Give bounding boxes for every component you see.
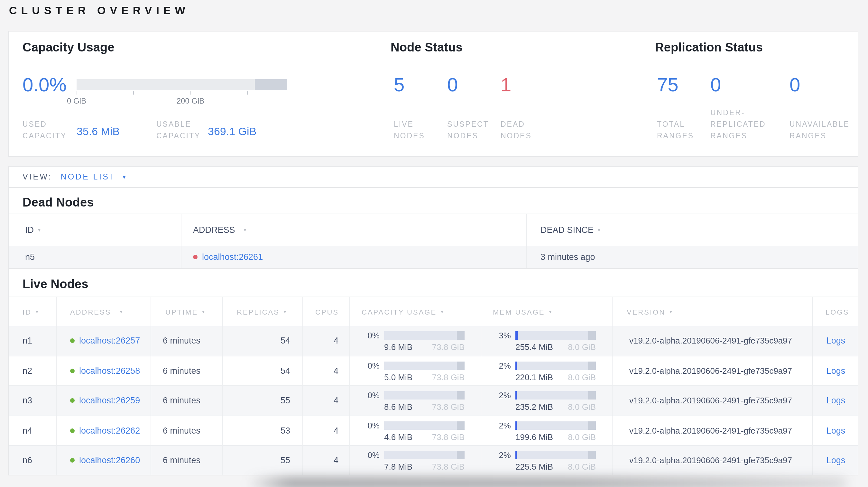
capacity-usage-cell: 0% 5.0 MiB73.8 GiB [349,356,480,385]
node-address-cell: localhost:26257 [56,326,151,355]
axis-tick-label: 0 GiB [57,97,96,105]
logs-link[interactable]: Logs [827,336,845,346]
node-id: n6 [9,446,56,475]
uptime-value: 6 minutes [151,386,222,415]
capacity-percent: 0% [356,390,380,400]
node-address-link[interactable]: localhost:26261 [202,252,263,262]
column-header-version[interactable]: VERSION▼ [612,297,812,326]
capacity-total: 73.8 GiB [432,462,465,472]
capacity-total: 73.8 GiB [432,342,465,352]
view-selector[interactable]: VIEW: NODE LIST ▼ [9,167,858,188]
node-status-heading: Node Status [391,40,463,55]
live-status-icon [70,458,75,463]
dead-status-icon [193,255,197,259]
column-header-uptime[interactable]: UPTIME▼ [151,297,222,326]
version-value: v19.2.0-alpha.20190606-2491-gfe735c9a97 [612,326,812,355]
column-header-capacity-usage[interactable]: CAPACITY USAGE▼ [349,297,480,326]
uptime-value: 6 minutes [151,446,222,475]
capacity-total: 73.8 GiB [432,402,465,412]
capacity-used: 7.8 MiB [384,462,412,472]
capacity-usage-cell: 0% 9.6 MiB73.8 GiB [349,326,480,355]
logs-link[interactable]: Logs [827,426,845,435]
capacity-bar [384,421,465,429]
cpus-value: 4 [302,386,349,415]
suspect-nodes-count: 0 [447,75,458,95]
capacity-percent: 0% [356,361,380,370]
capacity-usage-cell: 0% 8.6 MiB73.8 GiB [349,386,480,415]
capacity-bar-reserved-segment [255,79,287,90]
version-value: v19.2.0-alpha.20190606-2491-gfe735c9a97 [612,356,812,385]
uptime-value: 6 minutes [151,326,222,355]
cpus-value: 4 [302,356,349,385]
table-row: n3 localhost:26259 6 minutes 55 4 0% 8.6… [9,386,858,416]
sort-caret-icon: ▼ [548,310,553,314]
column-header-logs: LOGS [812,297,858,326]
node-list-card: VIEW: NODE LIST ▼ Dead Nodes ID▼ ADDRESS… [8,166,858,476]
node-address-cell: localhost:26258 [56,356,151,385]
capacity-used: 4.6 MiB [384,432,412,442]
axis-tick [133,91,134,95]
capacity-bar [384,451,465,459]
column-header-dead-since[interactable]: DEAD SINCE▼ [526,214,858,246]
capacity-bar [76,79,287,90]
column-header-address[interactable]: ADDRESS▼ [181,214,526,246]
mem-bar [516,391,596,399]
sort-caret-icon: ▼ [37,228,41,232]
node-address-cell: localhost:26262 [56,416,151,445]
mem-usage-cell: 2% 199.6 MiB8.0 GiB [480,416,612,445]
column-header-address[interactable]: ADDRESS▼ [56,297,151,326]
mem-used: 255.4 MiB [516,342,553,352]
view-selected-value[interactable]: NODE LIST [60,172,116,182]
live-nodes-label: LIVE NODES [394,119,431,142]
node-address-link[interactable]: localhost:26258 [79,366,140,376]
mem-percent: 2% [488,420,511,430]
node-id: n4 [9,416,56,445]
capacity-used: 8.6 MiB [384,402,412,412]
table-row: n5 localhost:26261 3 minutes ago [9,246,858,269]
table-row: n1 localhost:26257 6 minutes 54 4 0% 9.6… [9,326,858,356]
node-address-link[interactable]: localhost:26259 [79,396,140,405]
capacity-percent: 0.0% [23,75,67,95]
live-status-icon [70,428,75,433]
replication-status-heading: Replication Status [655,40,763,55]
live-nodes-header-row: ID▼ ADDRESS▼ UPTIME▼ REPLICAS▼ CPUS CAPA… [9,297,858,326]
mem-usage-cell: 2% 235.2 MiB8.0 GiB [480,386,612,415]
sort-caret-icon: ▼ [597,228,601,232]
logs-link[interactable]: Logs [827,396,845,405]
column-header-id[interactable]: ID▼ [9,214,181,246]
live-nodes-table: ID▼ ADDRESS▼ UPTIME▼ REPLICAS▼ CPUS CAPA… [9,297,858,476]
page-title: CLUSTER OVERVIEW [9,4,189,18]
total-ranges-count: 75 [657,75,679,95]
uptime-value: 6 minutes [151,356,222,385]
logs-link[interactable]: Logs [827,366,845,376]
axis-tick-label: 200 GiB [171,97,210,105]
column-header-id[interactable]: ID▼ [9,297,56,326]
axis-tick [247,91,248,95]
total-ranges-label: TOTAL RANGES [657,119,702,142]
node-address-link[interactable]: localhost:26257 [79,336,140,346]
node-address-link[interactable]: localhost:26260 [79,456,140,465]
sort-caret-icon: ▼ [201,310,207,314]
mem-bar [516,451,596,459]
node-address-link[interactable]: localhost:26262 [79,426,140,435]
mem-used: 199.6 MiB [516,432,553,442]
chevron-down-icon: ▼ [122,174,127,180]
logs-link[interactable]: Logs [827,456,845,465]
sort-caret-icon: ▼ [440,310,445,314]
replicas-value: 53 [222,416,302,445]
column-header-replicas[interactable]: REPLICAS▼ [222,297,302,326]
mem-percent: 3% [488,331,511,340]
live-status-icon [70,339,75,343]
capacity-used: 9.6 MiB [384,342,412,352]
axis-tick [76,91,77,95]
mem-percent: 2% [488,450,511,460]
sort-caret-icon: ▼ [283,310,288,314]
uptime-value: 6 minutes [151,416,222,445]
mem-usage-cell: 3% 255.4 MiB8.0 GiB [480,326,612,355]
live-status-icon [70,398,75,403]
axis-tick [190,91,191,95]
node-address-cell: localhost:26259 [56,386,151,415]
version-value: v19.2.0-alpha.20190606-2491-gfe735c9a97 [612,416,812,445]
live-nodes-count: 5 [394,75,404,95]
column-header-mem-usage[interactable]: MEM USAGE▼ [480,297,612,326]
